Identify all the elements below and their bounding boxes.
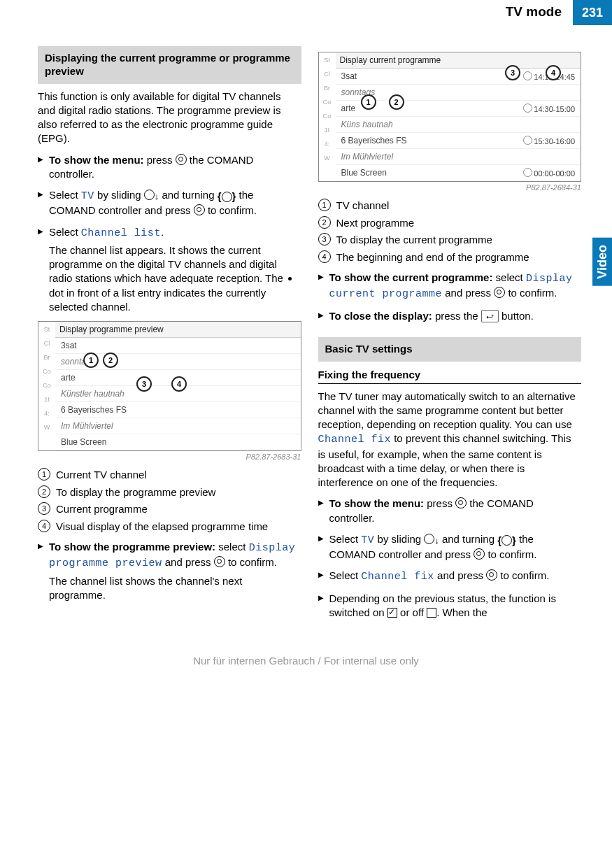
fig-row: 6 Bayerisches FS15:30-16:00 — [336, 133, 581, 149]
clock-icon — [523, 71, 532, 80]
press-icon — [474, 548, 485, 560]
page-number: 231 — [573, 0, 612, 25]
back-button-icon: ⮐ — [481, 310, 499, 323]
fig-row: Küns hautnah — [336, 117, 581, 133]
press-icon — [455, 497, 467, 508]
annotation-4: 4 — [171, 376, 187, 392]
frequency-intro: The TV tuner may automatically switch to… — [318, 390, 582, 490]
fig-row: Blue Screen00:00-00:00 — [336, 165, 581, 181]
figure-sidebar: St Cl Br Co Co 1t 4: W — [38, 322, 55, 450]
clock-icon — [523, 168, 532, 177]
legend-item: 4Visual display of the elapsed programme… — [38, 520, 301, 534]
instruction-list-3: To show the current programme: select Di… — [318, 271, 582, 323]
step-select-tv-2: Select TV by sliding ↓ and turning {} th… — [318, 532, 582, 562]
fig-row: 3sat — [55, 338, 301, 354]
fig-row: Im Mühlviertel — [55, 418, 301, 434]
step-select-channel-list: Select Channel list. The channel list ap… — [38, 225, 301, 315]
step-toggle-status: Depending on the previous status, the fu… — [318, 592, 582, 620]
annotation-1: 1 — [361, 94, 376, 110]
legend-item: 4The beginning and end of the programme — [318, 250, 582, 264]
step-select-tv: Select TV by sliding ↓ and turning {} th… — [38, 188, 301, 218]
legend-item: 3To display the current programme — [318, 233, 582, 247]
press-icon — [194, 204, 205, 215]
figure-current-programme: St Cl Br Co Co 1t 4: W Display current p… — [318, 52, 582, 182]
step-show-menu-2: To show the menu: press the COMAND contr… — [318, 497, 582, 525]
figure-caption: P82.87-2683-31 — [38, 453, 301, 461]
instruction-list-2: To show the programme preview: select Di… — [38, 540, 301, 602]
clock-icon — [523, 136, 532, 145]
legend-item: 2Next programme — [318, 216, 582, 230]
section-title-basic-tv: Basic TV settings — [318, 337, 582, 362]
legend-item: 1Current TV channel — [38, 468, 301, 482]
press-icon — [486, 569, 497, 581]
step-show-preview: To show the programme preview: select Di… — [38, 540, 301, 602]
instruction-list-1: To show the menu: press the COMAND contr… — [38, 153, 301, 315]
step-select-channel-fix: Select Channel fix and press to confirm. — [318, 569, 582, 584]
fig-row: Blue Screen — [55, 434, 301, 450]
section-title-display-programme: Displaying the current programme or prog… — [38, 46, 301, 84]
legend-item: 3Current programme — [38, 502, 301, 516]
checkbox-empty-icon — [427, 608, 436, 618]
fig-row: 3sat14:15-14:45 — [336, 69, 581, 85]
step-show-menu: To show the menu: press the COMAND contr… — [38, 153, 301, 182]
fig-row: Im Mühlviertel — [336, 149, 581, 165]
annotation-3: 3 — [136, 376, 152, 392]
turn-icon: {} — [497, 534, 516, 548]
annotation-3: 3 — [505, 65, 520, 80]
left-column: Displaying the current programme or prog… — [38, 46, 301, 627]
ring-icon — [144, 190, 155, 200]
press-icon — [214, 556, 225, 567]
figure-caption: P82.87-2684-31 — [318, 183, 582, 192]
header-title: TV mode — [506, 0, 573, 25]
intro-paragraph: This function is only available for digi… — [38, 90, 301, 146]
press-icon — [494, 287, 505, 298]
figure-sidebar: St Cl Br Co Co 1t 4: W — [319, 52, 336, 181]
footer-text: Nur für internen Gebrauch / For internal… — [0, 655, 612, 667]
step-close-display: To close the display: press the ⮐ button… — [318, 309, 582, 323]
annotation-4: 4 — [546, 65, 561, 80]
right-column: St Cl Br Co Co 1t 4: W Display current p… — [318, 46, 582, 627]
page-header: TV mode 231 — [0, 0, 612, 25]
clock-icon — [523, 104, 532, 113]
turn-icon: {} — [218, 190, 236, 204]
figure-title: Display current programme — [336, 52, 581, 69]
figure-programme-preview: St Cl Br Co Co 1t 4: W Display programme… — [38, 321, 301, 451]
figure-title: Display programme preview — [55, 322, 301, 338]
annotation-1: 1 — [83, 353, 99, 368]
legend-1: 1Current TV channel 2To display the prog… — [38, 468, 301, 533]
dot-icon — [288, 277, 292, 280]
annotation-2: 2 — [103, 353, 118, 368]
legend-item: 2To display the programme preview — [38, 485, 301, 499]
legend-2: 1TV channel 2Next programme 3To display … — [318, 199, 582, 264]
sub-heading-fixing-frequency: Fixing the frequency — [318, 369, 582, 384]
legend-item: 1TV channel — [318, 199, 582, 213]
press-icon — [176, 154, 187, 165]
ring-icon — [424, 534, 434, 544]
side-tab-video: Video — [592, 238, 612, 286]
checkbox-checked-icon — [387, 608, 397, 618]
annotation-2: 2 — [389, 94, 404, 110]
instruction-list-4: To show the menu: press the COMAND contr… — [318, 497, 582, 620]
step-show-current: To show the current programme: select Di… — [318, 271, 582, 302]
fig-row: 6 Bayerisches FS — [55, 402, 301, 418]
